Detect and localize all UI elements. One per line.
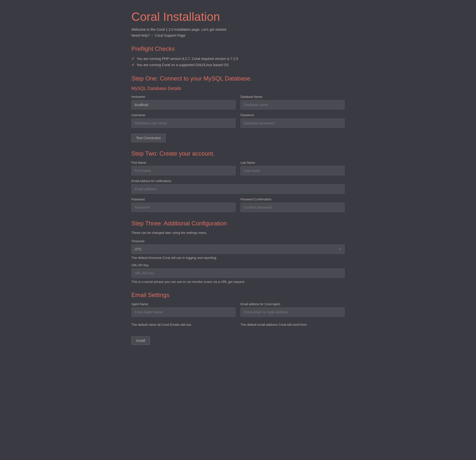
confirm-password-label: Password Confirmation: [240, 198, 345, 201]
step-two-heading: Step Two: Create your account. [131, 150, 345, 157]
help-text: Need Help? ☞ Coral Support Page [131, 33, 345, 37]
url-api-label: URL API Key [131, 264, 345, 267]
timezone-group: Timezone: UTC America/New_York America/C… [131, 240, 345, 254]
confirm-password-group: Password Confirmation: [240, 198, 345, 212]
email-row-1: Agent Name: Email address for Coral Agen… [131, 302, 345, 317]
username-group: Username: [131, 113, 236, 128]
install-button[interactable]: Install [131, 336, 150, 345]
preflight-check-2-text: You are running Coral on a supported GNU… [137, 63, 229, 67]
step-one-section: Step One: Connect to your MySQL Database… [131, 75, 345, 142]
db-row-2: Username: Password: [131, 113, 345, 128]
username-label: Username: [131, 113, 236, 117]
email-settings-heading: Email Settings [131, 292, 345, 298]
test-connection-button[interactable]: Test Connection [131, 134, 166, 142]
check-icon-1: ✔ [131, 56, 135, 61]
timezone-select[interactable]: UTC America/New_York America/Chicago Ame… [131, 244, 345, 254]
agent-email-label: Email address for Coral Agent: [240, 302, 345, 306]
last-name-input[interactable] [240, 166, 345, 175]
preflight-check-2: ✔ You are running Coral on a supported G… [131, 62, 345, 67]
confirm-password-input[interactable] [240, 203, 345, 212]
url-api-input[interactable] [131, 269, 345, 278]
hostname-group: Hostname: [131, 95, 236, 109]
agent-email-info: The default email address Coral will sen… [240, 323, 345, 326]
agent-name-info-group: The default name all Coral Emails will u… [131, 321, 236, 330]
first-name-label: First Name: [131, 161, 236, 164]
first-name-group: First Name: [131, 161, 236, 175]
db-password-group: Password: [240, 113, 345, 128]
preflight-section: Preflight Checks ✔ You are running PHP v… [131, 45, 345, 67]
page-subtitle: Welcome to the Coral 1.2.0 installation … [131, 27, 345, 31]
step-one-heading: Step One: Connect to your MySQL Database… [131, 75, 345, 82]
url-api-group: URL API Key [131, 264, 345, 278]
preflight-check-1-text: You are running PHP version 8.2.7. Coral… [137, 57, 238, 61]
email-info-row: The default name all Coral Emails will u… [131, 321, 345, 330]
step-three-heading: Step Three: Additional Configuration [131, 220, 345, 227]
hostname-input[interactable] [131, 100, 236, 109]
step-three-section: Step Three: Additional Configuration The… [131, 220, 345, 284]
database-name-group: Database Name: [240, 95, 345, 109]
account-row-2: Email Address for notifications [131, 179, 345, 194]
agent-name-group: Agent Name: [131, 302, 236, 317]
account-row-3: Password: Password Confirmation: [131, 198, 345, 212]
step-three-description: These can be changed later using the set… [131, 231, 345, 235]
step-two-section: Step Two: Create your account. First Nam… [131, 150, 345, 212]
account-password-label: Password: [131, 198, 236, 201]
database-name-label: Database Name: [240, 95, 345, 99]
preflight-check-1: ✔ You are running PHP version 8.2.7. Cor… [131, 56, 345, 61]
db-password-label: Password: [240, 113, 345, 117]
account-password-input[interactable] [131, 203, 236, 212]
check-icon-2: ✔ [131, 62, 135, 67]
url-api-info: This is a secret phrase you can use to r… [131, 280, 345, 284]
email-settings-section: Email Settings Agent Name: Email address… [131, 292, 345, 345]
timezone-label: Timezone: [131, 240, 345, 243]
last-name-label: Last Name: [240, 161, 345, 164]
username-input[interactable] [131, 118, 236, 128]
email-input[interactable] [131, 184, 345, 194]
timezone-info: The default timezone Coral will use in l… [131, 256, 345, 260]
agent-name-label: Agent Name: [131, 302, 236, 306]
account-password-group: Password: [131, 198, 236, 212]
db-password-input[interactable] [240, 118, 345, 128]
db-row-1: Hostname: Database Name: [131, 95, 345, 109]
database-name-input[interactable] [240, 100, 345, 109]
agent-name-info: The default name all Coral Emails will u… [131, 323, 236, 326]
page-title: Coral Installation [131, 10, 345, 24]
first-name-input[interactable] [131, 166, 236, 175]
hostname-label: Hostname: [131, 95, 236, 99]
email-label: Email Address for notifications [131, 179, 345, 183]
agent-email-input[interactable] [240, 307, 345, 317]
agent-name-input[interactable] [131, 307, 236, 317]
timezone-select-wrapper: UTC America/New_York America/Chicago Ame… [131, 244, 345, 254]
last-name-group: Last Name: [240, 161, 345, 175]
preflight-heading: Preflight Checks [131, 45, 345, 52]
email-group: Email Address for notifications [131, 179, 345, 194]
coral-support-link[interactable]: Coral Support Page [155, 33, 185, 37]
account-row-1: First Name: Last Name: [131, 161, 345, 175]
mysql-details-heading: MySQL Database Details [131, 86, 345, 91]
agent-email-group: Email address for Coral Agent: [240, 302, 345, 317]
agent-email-info-group: The default email address Coral will sen… [240, 321, 345, 330]
main-container: Coral Installation Welcome to the Coral … [126, 0, 350, 368]
